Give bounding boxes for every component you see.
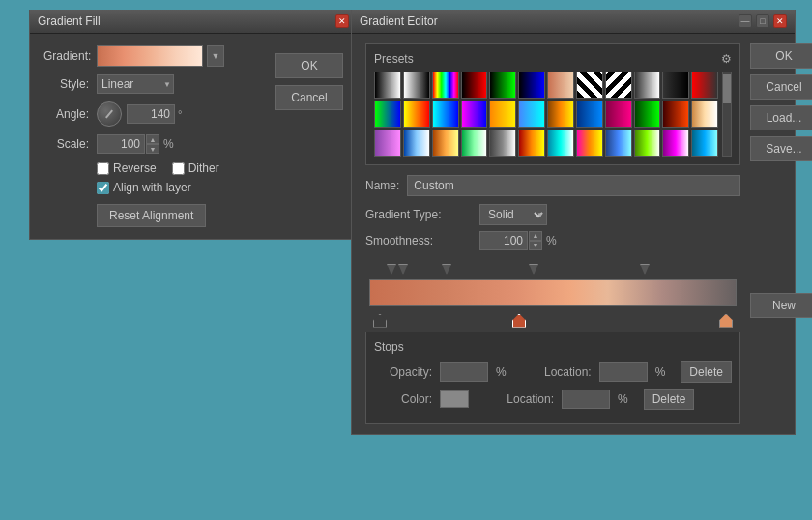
gradient-editor-title: Gradient Editor xyxy=(360,14,438,28)
presets-grid-container xyxy=(374,72,732,157)
preset-24[interactable] xyxy=(691,101,718,128)
preset-25[interactable] xyxy=(374,130,401,157)
color-location-input[interactable] xyxy=(562,390,610,409)
preset-30[interactable] xyxy=(518,130,545,157)
preset-32[interactable] xyxy=(576,130,603,157)
editor-body: Presets ⚙ xyxy=(352,34,795,434)
gradient-fill-close[interactable]: ✕ xyxy=(335,14,349,28)
gradient-type-select[interactable]: Solid Noise xyxy=(479,204,547,225)
preset-21[interactable] xyxy=(605,101,632,128)
presets-header: Presets ⚙ xyxy=(374,52,732,66)
preset-9[interactable] xyxy=(605,72,632,99)
preset-2[interactable] xyxy=(403,72,430,99)
align-checkbox[interactable] xyxy=(97,182,109,194)
opacity-stop-5[interactable] xyxy=(640,264,650,275)
opacity-delete-button[interactable]: Delete xyxy=(681,361,732,383)
editor-close-button[interactable]: ✕ xyxy=(773,14,787,28)
opacity-stop-4[interactable] xyxy=(529,264,538,275)
color-delete-button[interactable]: Delete xyxy=(644,389,695,410)
preset-13[interactable] xyxy=(374,101,401,128)
preset-8[interactable] xyxy=(576,72,603,99)
angle-knob[interactable] xyxy=(97,101,122,127)
presets-scrollbar[interactable] xyxy=(722,72,732,157)
preset-31[interactable] xyxy=(547,130,574,157)
new-button[interactable]: New xyxy=(750,293,812,318)
angle-input[interactable] xyxy=(127,104,175,124)
opacity-location-input[interactable] xyxy=(599,362,648,382)
dither-checkbox-item[interactable]: Dither xyxy=(172,161,219,175)
preset-19[interactable] xyxy=(547,101,574,128)
preset-22[interactable] xyxy=(634,101,661,128)
type-row: Gradient Type: Solid Noise xyxy=(365,204,740,225)
editor-cancel-button[interactable]: Cancel xyxy=(750,74,812,100)
maximize-button[interactable]: □ xyxy=(756,14,769,28)
scrollbar-thumb[interactable] xyxy=(723,74,731,103)
scale-input[interactable] xyxy=(97,134,145,154)
opacity-stop-2[interactable] xyxy=(398,264,408,275)
preset-18[interactable] xyxy=(518,101,545,128)
editor-ok-button[interactable]: OK xyxy=(750,43,812,69)
preset-16[interactable] xyxy=(461,101,488,128)
presets-label: Presets xyxy=(374,52,414,66)
align-checkbox-item[interactable]: Align with layer xyxy=(97,181,191,194)
cancel-button[interactable]: Cancel xyxy=(276,85,343,110)
stops-section: Stops Opacity: % Location: % Delete Colo… xyxy=(365,332,740,424)
preset-10[interactable] xyxy=(634,72,661,99)
opacity-stop-1[interactable] xyxy=(387,264,396,275)
style-select[interactable]: Linear Radial Angle Reflected Diamond xyxy=(97,74,174,94)
dither-checkbox[interactable] xyxy=(172,162,185,175)
editor-buttons-col: OK Cancel Load... Save... New xyxy=(750,43,812,424)
preset-1[interactable] xyxy=(374,72,401,99)
preset-12[interactable] xyxy=(691,72,718,99)
reverse-checkbox-item[interactable]: Reverse xyxy=(97,161,157,175)
scale-up[interactable]: ▲ xyxy=(146,134,160,144)
degree-symbol: ° xyxy=(178,108,182,120)
preset-20[interactable] xyxy=(576,101,603,128)
preset-34[interactable] xyxy=(634,130,661,157)
scale-down[interactable]: ▼ xyxy=(146,144,160,154)
reverse-checkbox[interactable] xyxy=(97,162,109,175)
preset-15[interactable] xyxy=(432,101,459,128)
preset-14[interactable] xyxy=(403,101,430,128)
preset-35[interactable] xyxy=(662,130,689,157)
color-swatch[interactable] xyxy=(440,390,469,408)
color-stop-1[interactable] xyxy=(373,314,387,328)
reset-alignment-button[interactable]: Reset Alignment xyxy=(97,204,206,227)
scale-label: Scale: xyxy=(44,137,97,151)
color-stops-row-inputs: Color: Location: % Delete xyxy=(374,389,732,410)
preset-26[interactable] xyxy=(403,130,430,157)
preset-33[interactable] xyxy=(605,130,632,157)
save-button[interactable]: Save... xyxy=(750,136,812,161)
gradient-dropdown-arrow[interactable]: ▼ xyxy=(207,45,224,67)
preset-27[interactable] xyxy=(432,130,459,157)
preset-17[interactable] xyxy=(489,101,516,128)
gradient-preview[interactable] xyxy=(97,45,203,67)
smoothness-up[interactable]: ▲ xyxy=(529,231,542,241)
preset-28[interactable] xyxy=(461,130,488,157)
smoothness-input[interactable] xyxy=(479,231,528,250)
ok-button[interactable]: OK xyxy=(276,53,343,78)
opacity-location-label: Location: xyxy=(534,365,592,379)
preset-36[interactable] xyxy=(691,130,718,157)
preset-6[interactable] xyxy=(518,72,545,99)
preset-29[interactable] xyxy=(489,130,516,157)
opacity-stop-3[interactable] xyxy=(442,264,451,275)
minimize-button[interactable]: — xyxy=(739,14,752,28)
preset-11[interactable] xyxy=(662,72,689,99)
preset-7[interactable] xyxy=(547,72,574,99)
gradient-bar[interactable] xyxy=(369,279,737,306)
color-stop-2[interactable] xyxy=(512,314,526,328)
preset-4[interactable] xyxy=(461,72,488,99)
smoothness-down[interactable]: ▼ xyxy=(529,241,542,250)
name-input[interactable] xyxy=(407,175,740,196)
presets-grid xyxy=(374,72,718,157)
gear-icon[interactable]: ⚙ xyxy=(721,52,732,66)
preset-3[interactable] xyxy=(432,72,459,99)
color-stop-3[interactable] xyxy=(719,314,733,328)
align-label: Align with layer xyxy=(113,181,191,194)
preset-5[interactable] xyxy=(489,72,516,99)
preset-23[interactable] xyxy=(662,101,689,128)
load-button[interactable]: Load... xyxy=(750,105,812,130)
gradient-type-label: Gradient Type: xyxy=(365,208,472,221)
opacity-input[interactable] xyxy=(440,362,488,382)
